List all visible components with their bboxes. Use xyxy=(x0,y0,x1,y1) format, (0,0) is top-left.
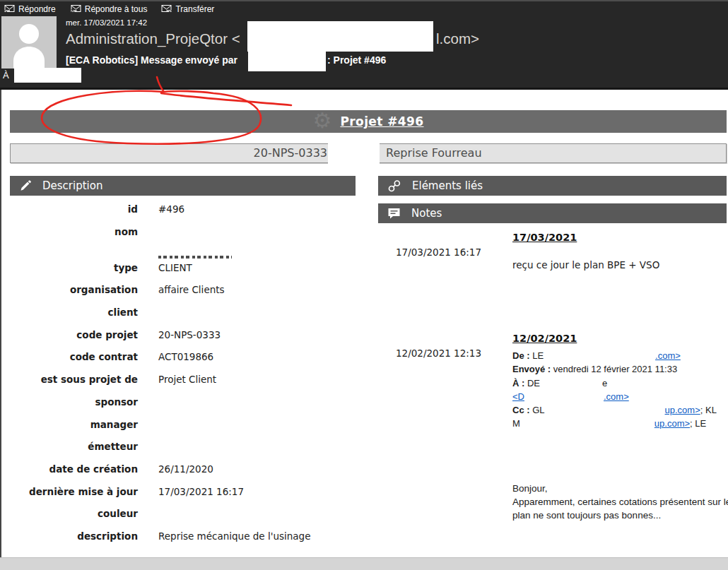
field-row-sponsor: sponsor xyxy=(10,394,363,417)
field-label: nom xyxy=(10,226,138,237)
speech-bubble-icon xyxy=(387,208,401,220)
m-email-link[interactable]: up.com> xyxy=(654,417,690,430)
description-section-header: Description xyxy=(10,176,356,196)
field-row-couleur: couleur xyxy=(10,506,363,528)
field-row-code-contrat: code contrat ACT019866 xyxy=(10,349,363,372)
field-label: code contrat xyxy=(10,351,138,362)
field-label: code projet xyxy=(10,329,138,340)
field-label: type xyxy=(10,262,138,273)
field-row-sous-projet: est sous projet de Projet Client xyxy=(10,372,363,394)
redacted-name-sliver xyxy=(158,256,232,259)
quote-line-m: M up.com> ; LE xyxy=(512,417,726,430)
project-title-link[interactable]: Projet #496 xyxy=(340,114,423,129)
field-row-description: description Reprise mécanique de l'usina… xyxy=(10,528,363,551)
field-row-id: id #496 xyxy=(10,201,363,224)
cc-email-link[interactable]: up.com> xyxy=(665,403,700,417)
de-email-link[interactable]: .com> xyxy=(655,349,681,362)
field-value: #496 xyxy=(158,203,184,215)
m-tail: ; LE xyxy=(690,417,706,430)
note-timestamp: 12/02/2021 12:13 xyxy=(396,348,481,359)
address-open-link[interactable]: <D xyxy=(512,390,524,403)
field-label: organisation xyxy=(10,284,138,295)
note-date-heading: 17/03/2021 xyxy=(512,232,577,243)
field-row-code-projet: code projet 20-NPS-0333 xyxy=(10,327,363,350)
content-left-border xyxy=(0,90,1,557)
note-greeting: Bonjour, xyxy=(512,482,728,495)
field-label: émetteur xyxy=(10,441,138,452)
field-label: description xyxy=(10,530,138,542)
reply-button[interactable]: Répondre xyxy=(4,4,56,15)
person-silhouette-icon xyxy=(1,16,57,69)
reply-envelope-icon xyxy=(4,4,15,15)
horizontal-scrollbar[interactable] xyxy=(0,557,728,570)
linked-elements-section-title: Eléments liés xyxy=(412,179,483,192)
project-title-bar: ⚙ Projet #496 xyxy=(10,110,727,133)
quote-line-a: À : DE e xyxy=(512,376,726,390)
project-code: 20-NPS-0333 xyxy=(11,146,327,160)
envoye-label: Envoyé : xyxy=(512,362,551,376)
sender-name: Administration_ProjeQtor < xyxy=(66,30,240,47)
project-name: Reprise Fourreau xyxy=(386,146,482,160)
notes-section-header: Notes xyxy=(378,203,727,223)
field-label: est sous projet de xyxy=(10,374,138,385)
field-label: id xyxy=(10,203,138,215)
field-label: sponsor xyxy=(10,396,138,408)
redaction-box-project-name xyxy=(328,138,380,166)
sent-datetime: mer. 17/03/2021 17:42 xyxy=(66,18,147,27)
redaction-box-recipient xyxy=(14,68,81,83)
field-row-derniere-maj: dernière mise à jour 17/03/2021 16:17 xyxy=(10,484,363,506)
quote-line-cc: Cc : GL up.com> ; KL xyxy=(512,403,726,417)
field-row-manager: manager xyxy=(10,417,363,439)
de-value: LE xyxy=(530,349,544,362)
gear-icon: ⚙ xyxy=(313,110,332,131)
linked-elements-section-header: Eléments liés xyxy=(378,176,727,196)
field-row-emetteur: émetteur xyxy=(10,439,363,461)
reply-all-label: Répondre à tous xyxy=(85,4,148,14)
forward-envelope-icon xyxy=(161,4,172,15)
subject-suffix: : Projet #496 xyxy=(327,54,386,66)
redaction-box-quote xyxy=(548,346,655,366)
subject-text: [ECA Robotics] Message envoyé par xyxy=(66,54,237,66)
note-body: reçu ce jour le plan BPE + VSO xyxy=(512,259,659,271)
pencil-icon xyxy=(19,179,32,192)
sender-avatar xyxy=(1,16,57,69)
quote-line-address: <D .com> xyxy=(512,390,726,403)
note-date-heading: 12/02/2021 xyxy=(512,333,577,344)
reply-all-button[interactable]: Répondre à tous xyxy=(70,4,148,15)
field-value: Reprise mécanique de l'usinage xyxy=(158,530,310,542)
reply-label: Répondre xyxy=(18,4,56,14)
field-label: couleur xyxy=(10,508,138,519)
field-value: CLIENT xyxy=(158,262,192,273)
a-tail: e xyxy=(602,376,607,390)
description-fields: id #496 nom type CLIENT organisation aff… xyxy=(10,201,363,551)
field-label: date de création xyxy=(10,463,138,475)
field-value: Projet Client xyxy=(158,374,216,385)
forward-label: Transférer xyxy=(175,4,214,14)
field-value: ACT019866 xyxy=(158,351,213,362)
m-value: M xyxy=(512,417,520,430)
cc-tail: ; KL xyxy=(700,403,717,417)
field-value: 20-NPS-0333 xyxy=(158,329,221,340)
cc-value: GL xyxy=(530,403,545,417)
field-row-date-creation: date de création 26/11/2020 xyxy=(10,461,363,484)
link-chain-icon xyxy=(387,179,401,193)
redaction-box-subject xyxy=(248,49,326,71)
reply-all-envelope-icon xyxy=(70,4,81,15)
note-message-body: Apparemment, certaines cotations présent… xyxy=(512,495,728,522)
field-label: dernière mise à jour xyxy=(10,486,138,497)
field-row-nom: nom xyxy=(10,224,363,260)
sender-address-suffix: l.com> xyxy=(436,30,479,47)
a-label: À : xyxy=(512,376,524,390)
redaction-box-sender xyxy=(247,21,433,52)
mail-toolbar: Répondre Répondre à tous Transférer xyxy=(4,2,214,16)
address-email-link[interactable]: .com> xyxy=(604,390,629,403)
field-value: 26/11/2020 xyxy=(158,463,213,475)
note-message: Bonjour, Apparemment, certaines cotation… xyxy=(512,482,728,522)
field-value: 17/03/2021 16:17 xyxy=(158,486,244,497)
field-row-type: type CLIENT xyxy=(10,260,363,283)
field-label: manager xyxy=(10,419,138,430)
outlook-email-window: Répondre Répondre à tous Transférer me xyxy=(0,0,728,570)
to-label: À xyxy=(3,70,9,81)
field-label: client xyxy=(10,307,138,318)
forward-button[interactable]: Transférer xyxy=(161,4,214,15)
